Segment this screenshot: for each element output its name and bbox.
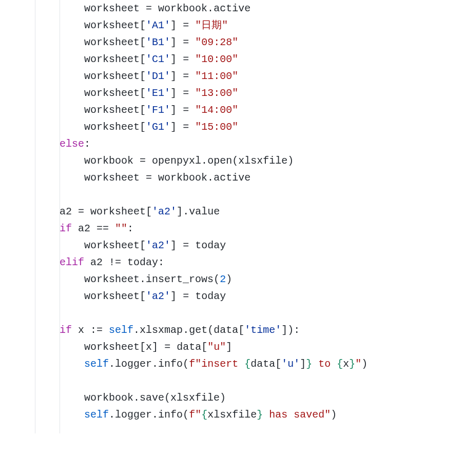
code-block: worksheet = workbook.active worksheet['A… [0, 0, 465, 433]
code-token: [ [146, 206, 152, 217]
code-token: today [189, 240, 226, 251]
code-line: worksheet['A1'] = "日期" [10, 17, 455, 34]
code-line: worksheet['D1'] = "11:00" [10, 68, 455, 85]
code-token: active [214, 172, 250, 184]
code-token: "15:00" [195, 121, 238, 133]
code-token: 'G1' [146, 121, 170, 133]
code-token: x [72, 324, 90, 336]
code-token: = [183, 19, 189, 31]
code-token: 'time' [244, 324, 281, 336]
code-line [10, 186, 455, 203]
code-token: [ [140, 240, 146, 251]
code-token: "日期" [195, 19, 228, 31]
code-line: worksheet['F1'] = "14:00" [10, 102, 455, 118]
code-token: ] [177, 206, 183, 217]
code-token: [ [140, 87, 146, 99]
code-token: = [183, 53, 189, 65]
code-token: 'a2' [146, 240, 170, 251]
code-line: worksheet['a2'] = today [10, 237, 455, 254]
code-token: today: [121, 256, 164, 268]
code-token: : [294, 324, 300, 336]
code-token [158, 341, 164, 353]
code-token: { [337, 358, 343, 370]
code-line: worksheet = workbook.active [10, 0, 455, 17]
code-token: [ [201, 341, 207, 353]
code-line: self.logger.info(f"insert {data['u']} to… [10, 355, 455, 372]
code-token: a2 [72, 223, 96, 234]
code-token: f" [189, 409, 201, 421]
code-token: [ [140, 19, 146, 31]
code-token: = [164, 341, 170, 353]
code-token: xlsxfile [207, 409, 257, 421]
code-token: "" [115, 223, 127, 234]
code-token: ] [170, 36, 177, 48]
code-token: 'F1' [146, 104, 170, 116]
code-token: workbook [152, 3, 207, 14]
code-token: = [183, 36, 189, 48]
code-token: . [201, 155, 207, 167]
code-token [189, 36, 195, 48]
code-token: . [207, 172, 214, 184]
code-token: ] [170, 87, 177, 99]
code-token: { [244, 358, 250, 370]
code-token: == [96, 223, 109, 234]
code-token: ( [214, 273, 220, 285]
code-token: worksheet [84, 36, 140, 48]
code-token: = [183, 87, 189, 99]
code-token: workbook [84, 155, 140, 167]
code-token: . [152, 409, 158, 421]
code-line: worksheet['B1'] = "09:28" [10, 34, 455, 51]
code-token: worksheet [84, 19, 140, 31]
code-token: if [60, 324, 72, 336]
code-token: ] [170, 104, 177, 116]
code-token: x [146, 341, 152, 353]
code-line [10, 305, 455, 322]
indent-guide [60, 0, 60, 433]
code-token: worksheet [84, 341, 140, 353]
code-token: ( [232, 155, 238, 167]
code-token: . [133, 324, 140, 336]
code-token: = [140, 155, 146, 167]
code-token: insert_rows [146, 273, 214, 285]
code-token: self [84, 358, 109, 370]
code-token: ) [331, 409, 337, 421]
code-token: xlsxmap [140, 324, 183, 336]
code-token: workbook [84, 392, 133, 404]
code-token: info [158, 409, 183, 421]
code-token: . [133, 392, 140, 404]
code-token: 'A1' [146, 19, 170, 31]
code-token: ( [183, 409, 189, 421]
code-token [189, 70, 195, 82]
code-line: worksheet['G1'] = "15:00" [10, 118, 455, 135]
code-token: [ [140, 70, 146, 82]
code-token [177, 53, 183, 65]
code-token: . [207, 3, 214, 14]
code-token: " [355, 358, 361, 370]
code-token: . [109, 409, 115, 421]
code-token: [ [140, 53, 146, 65]
code-token: worksheet [84, 206, 146, 217]
code-token: 'E1' [146, 87, 170, 99]
code-token [177, 121, 183, 133]
code-token: "09:28" [195, 36, 238, 48]
code-token: self [109, 324, 133, 336]
code-token [189, 121, 195, 133]
code-token: } [257, 409, 263, 421]
code-token: x [343, 358, 349, 370]
code-line: self.logger.info(f"{xlsxfile} has saved"… [10, 406, 455, 423]
code-token: . [109, 358, 115, 370]
code-token [177, 70, 183, 82]
code-line: if x := self.xlsxmap.get(data['time']): [10, 322, 455, 339]
code-token [177, 36, 183, 48]
code-token: = [183, 290, 189, 302]
code-token: [ [140, 290, 146, 302]
code-token: ] [170, 19, 177, 31]
code-token: ] [226, 341, 232, 353]
code-token: data[ [250, 358, 281, 370]
code-token: data [170, 341, 201, 353]
code-token: self [84, 409, 109, 421]
code-token: . [140, 273, 146, 285]
code-token: ( [183, 358, 189, 370]
code-token: has saved" [263, 409, 331, 421]
code-token: ) [220, 392, 226, 404]
